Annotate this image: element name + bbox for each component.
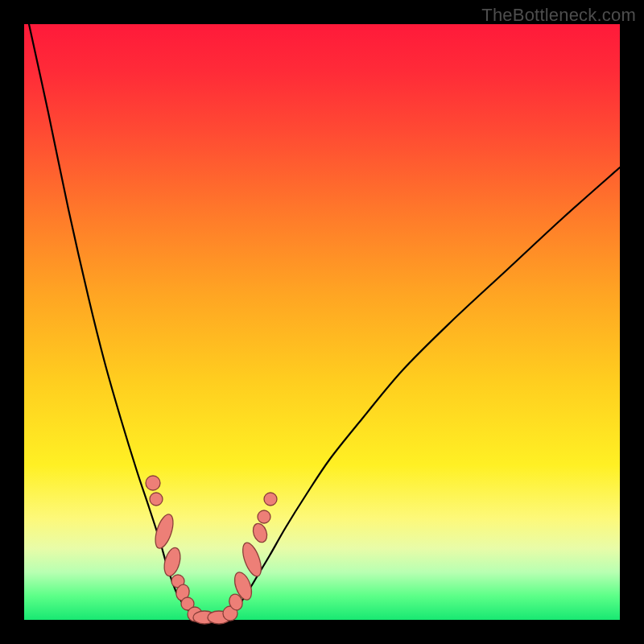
bead-marker xyxy=(146,476,160,490)
bead-marker xyxy=(264,493,277,506)
bead-marker xyxy=(150,493,163,506)
gradient-plot-area xyxy=(24,24,620,620)
bead-marker xyxy=(152,512,177,550)
plot-svg xyxy=(24,24,620,620)
bottleneck-curve-right xyxy=(228,167,620,617)
bead-markers xyxy=(146,476,277,624)
bead-marker xyxy=(250,522,269,544)
bead-marker xyxy=(258,510,270,523)
watermark-text: TheBottleneck.com xyxy=(481,5,636,26)
bead-marker xyxy=(162,546,184,577)
